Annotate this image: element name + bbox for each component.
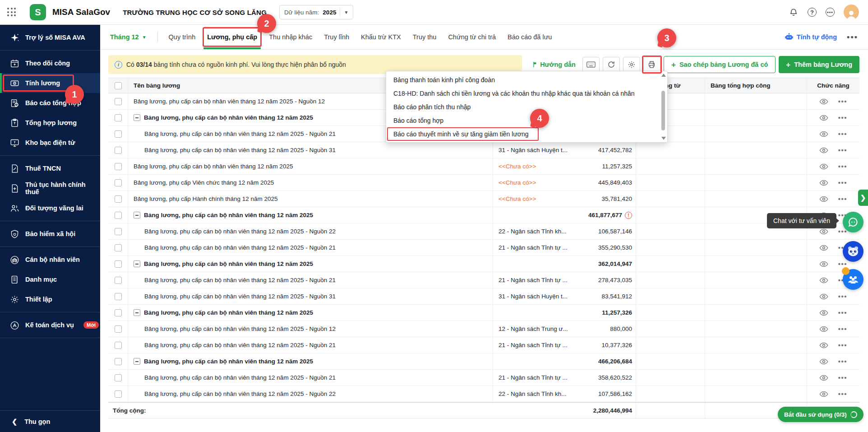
expand-panel-tab[interactable]: ❯ [858, 190, 868, 206]
sidebar-item-7[interactable]: Thuế TNCN [0, 158, 100, 178]
scroll-up-icon[interactable] [661, 74, 666, 77]
eye-icon[interactable] [819, 261, 828, 267]
eye-icon[interactable] [819, 163, 828, 170]
month-selector[interactable]: Tháng 12 ▼ [110, 25, 147, 49]
eye-icon[interactable] [819, 293, 828, 300]
row-checkbox[interactable] [115, 293, 122, 300]
select-all-checkbox[interactable] [115, 82, 122, 89]
more-options-icon[interactable]: ••• [826, 8, 835, 17]
print-button[interactable] [643, 57, 660, 72]
collapse-toggle-icon[interactable] [134, 260, 140, 267]
row-checkbox[interactable] [115, 179, 122, 186]
collapse-toggle-icon[interactable] [134, 358, 140, 365]
row-checkbox[interactable] [115, 309, 122, 316]
sidebar-item-2[interactable]: Theo dõi công [0, 53, 100, 73]
menu-scrollbar[interactable] [660, 73, 666, 141]
row-checkbox[interactable] [115, 163, 122, 170]
row-more-icon[interactable]: ••• [838, 293, 847, 300]
tab-ch-ng-t-chi-tr-[interactable]: Chứng từ chi trả [448, 25, 496, 49]
row-more-icon[interactable]: ••• [838, 130, 847, 138]
auto-calc-button[interactable]: Tính tự động [785, 33, 837, 42]
row-checkbox[interactable] [115, 130, 122, 138]
row-more-icon[interactable]: ••• [838, 195, 847, 203]
sidebar-item-9[interactable]: Đối tượng vãng lai [0, 198, 100, 218]
data-year-selector[interactable]: Dữ liệu năm: 2025 ▼ [279, 5, 353, 19]
column-header-timesheet[interactable]: Bảng tổng hợp công [705, 78, 807, 93]
row-more-icon[interactable]: ••• [838, 309, 847, 316]
app-grid-icon[interactable] [7, 8, 16, 17]
row-more-icon[interactable]: ••• [838, 98, 847, 105]
tab-quy-tr-nh[interactable]: Quy trình [169, 25, 196, 49]
row-more-icon[interactable]: ••• [838, 358, 847, 365]
start-using-button[interactable]: Bắt đầu sử dụng (0/3) [778, 407, 863, 422]
row-checkbox[interactable] [115, 277, 122, 284]
sidebar-item-5[interactable]: Tổng hợp lương [0, 113, 100, 133]
copy-salary-table-button[interactable]: + Sao chép bảng Lương đã có [664, 56, 776, 73]
row-more-icon[interactable]: ••• [838, 114, 847, 121]
chat-support-button[interactable] [843, 212, 863, 232]
print-menu-item[interactable]: Báo cáo tổng hợp [386, 114, 660, 127]
eye-icon[interactable] [819, 196, 828, 202]
sidebar-item-8[interactable]: Thủ tục hành chính thuế [0, 178, 100, 198]
add-salary-table-button[interactable]: + Thêm bảng Lương [779, 56, 859, 73]
eye-icon[interactable] [819, 115, 828, 121]
tab-b-o-c-o-l-u[interactable]: Báo cáo đã lưu [508, 25, 552, 49]
eye-icon[interactable] [819, 326, 828, 332]
eye-icon[interactable] [819, 375, 828, 381]
row-checkbox[interactable] [115, 212, 122, 219]
collapse-toggle-icon[interactable] [134, 114, 140, 121]
help-icon[interactable]: ? [808, 8, 817, 17]
sidebar-item-1[interactable]: Trợ lý số MISA AVA [0, 28, 100, 47]
row-more-icon[interactable]: ••• [838, 325, 847, 333]
eye-icon[interactable] [819, 342, 828, 348]
eye-icon[interactable] [819, 310, 828, 316]
sidebar-item-6[interactable]: Kho bạc điện tử [0, 133, 100, 153]
collapse-toggle-icon[interactable] [134, 212, 140, 218]
eye-icon[interactable] [819, 358, 828, 365]
row-checkbox[interactable] [115, 374, 122, 381]
scroll-down-icon[interactable] [661, 137, 666, 140]
row-more-icon[interactable]: ••• [838, 260, 847, 268]
notification-bell-icon[interactable] [789, 7, 799, 17]
row-checkbox[interactable] [115, 228, 122, 235]
sidebar-item-4[interactable]: Báo cáo tổng hợp [0, 93, 100, 113]
sidebar-item-12[interactable]: Danh mục [0, 269, 100, 289]
scrollbar-thumb[interactable] [661, 91, 665, 130]
eye-icon[interactable] [819, 98, 828, 105]
tab-thu-nh-p-kh-c[interactable]: Thu nhập khác [269, 25, 312, 49]
chevron-down-icon[interactable]: ▼ [344, 10, 348, 15]
eye-icon[interactable] [819, 228, 828, 235]
row-checkbox[interactable] [115, 390, 122, 398]
row-checkbox[interactable] [115, 98, 122, 105]
row-checkbox[interactable] [115, 325, 122, 333]
sidebar-item-14[interactable]: Kế toán dịch vụMới [0, 315, 100, 335]
sidebar-item-11[interactable]: Cán bộ nhân viên [0, 250, 100, 269]
row-checkbox[interactable] [115, 260, 122, 268]
sidebar-item-13[interactable]: Thiết lập [0, 289, 100, 309]
row-checkbox[interactable] [115, 342, 122, 349]
row-checkbox[interactable] [115, 114, 122, 121]
row-more-icon[interactable]: ••• [838, 163, 847, 170]
assistant-bot-button[interactable] [843, 241, 863, 262]
print-menu-item[interactable]: C18-HD: Danh sách chi tiền lương và các … [386, 87, 660, 100]
refresh-button[interactable] [603, 57, 620, 72]
tab-truy-thu[interactable]: Truy thu [413, 25, 437, 49]
guide-button[interactable]: Hướng dẫn [526, 61, 579, 68]
row-more-icon[interactable]: ••• [838, 146, 847, 154]
collapse-toggle-icon[interactable] [134, 309, 140, 316]
row-checkbox[interactable] [115, 195, 122, 203]
tab-more-icon[interactable]: ••• [847, 33, 858, 42]
row-more-icon[interactable]: ••• [838, 341, 847, 349]
sidebar-item-10[interactable]: Bảo hiểm xã hội [0, 224, 100, 244]
print-menu-item[interactable]: Báo cáo thuyết minh về sự tăng giảm tiền… [386, 127, 660, 141]
eye-icon[interactable] [819, 131, 828, 137]
eye-icon[interactable] [819, 277, 828, 283]
eye-icon[interactable] [819, 391, 828, 397]
row-more-icon[interactable]: ••• [838, 390, 847, 398]
sidebar-collapse-button[interactable]: ❮ Thu gọn [0, 410, 100, 432]
row-more-icon[interactable]: ••• [838, 374, 847, 381]
tab-truy-l-nh[interactable]: Truy lĩnh [324, 25, 349, 49]
row-checkbox[interactable] [115, 147, 122, 154]
eye-icon[interactable] [819, 147, 828, 153]
settings-button[interactable] [623, 57, 640, 72]
